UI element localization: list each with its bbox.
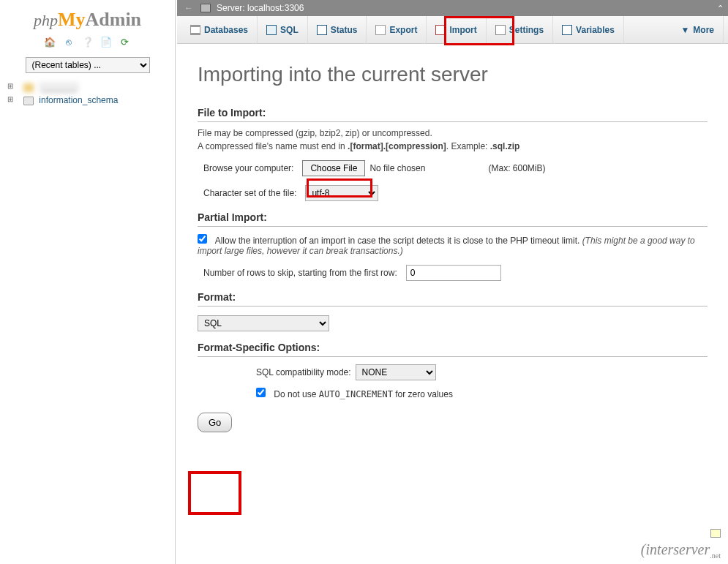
phpmyadmin-logo: phpMyAdmin: [0, 6, 175, 34]
tab-label: More: [693, 25, 714, 35]
server-bar: ← Server: localhost:3306 ⌃: [177, 0, 728, 16]
notes-icon[interactable]: [710, 529, 721, 538]
status-icon: [317, 25, 327, 35]
export-icon: [375, 25, 386, 35]
tab-label: SQL: [280, 25, 299, 35]
import-icon: [435, 25, 446, 35]
tab-label: Status: [331, 25, 358, 35]
skip-rows-input[interactable]: [406, 265, 501, 281]
tab-more[interactable]: ▼ More: [672, 16, 724, 43]
sidebar-quick-icons: 🏠 ⎋ ❔ 📄 ⟳: [0, 34, 175, 54]
top-tabs: Databases SQL Status Export Import Setti…: [177, 16, 728, 44]
skip-rows-label: Number of rows to skip, starting from th…: [203, 268, 397, 278]
recent-tables-select[interactable]: (Recent tables) ...: [26, 57, 150, 73]
charset-label: Character set of the file:: [203, 188, 296, 198]
databases-icon: [190, 25, 200, 35]
tab-label: Databases: [204, 25, 248, 35]
section-heading: File to Import:: [198, 107, 708, 122]
compress-note-1: File may be compressed (gzip, bzip2, zip…: [198, 128, 708, 138]
compress-note-2: A compressed file's name must end in .[f…: [198, 141, 708, 151]
section-heading: Format:: [198, 291, 708, 307]
allow-interrupt-checkbox[interactable]: [198, 234, 207, 244]
go-button[interactable]: Go: [198, 413, 232, 432]
tab-export[interactable]: Export: [367, 16, 427, 43]
tab-import[interactable]: Import: [427, 16, 486, 43]
settings-icon: [495, 25, 506, 35]
interserver-watermark: (interserver.net: [641, 541, 721, 560]
tree-item-db[interactable]: _______: [7, 80, 175, 94]
db-icon: [23, 97, 34, 105]
choose-file-button[interactable]: Choose File: [302, 160, 365, 176]
tab-databases[interactable]: Databases: [181, 16, 258, 43]
variables-icon: [562, 25, 572, 35]
allow-interrupt-label: Allow the interruption of an import in c…: [215, 236, 582, 246]
tab-label: Variables: [576, 25, 615, 35]
noauto-label-b: for zero values: [393, 389, 453, 399]
chevron-down-icon: ▼: [680, 25, 689, 35]
format-specific-section: Format-Specific Options: SQL compatibili…: [198, 342, 708, 399]
no-auto-increment-checkbox[interactable]: [256, 388, 266, 397]
logo-admin: Admin: [85, 9, 141, 30]
compat-mode-select[interactable]: NONE: [356, 364, 436, 380]
section-heading: Format-Specific Options:: [198, 342, 708, 357]
tab-label: Export: [389, 25, 417, 35]
home-icon[interactable]: 🏠: [44, 37, 56, 48]
tree-label: _______: [39, 82, 79, 92]
format-select[interactable]: SQL: [198, 315, 329, 331]
sql-query-icon[interactable]: ❔: [82, 37, 94, 48]
tree-label: information_schema: [39, 95, 118, 105]
main-panel: ← Server: localhost:3306 ⌃ Databases SQL…: [177, 0, 728, 564]
page-title: Importing into the current server: [198, 63, 708, 86]
logo-php: php: [34, 11, 58, 29]
logout-icon[interactable]: ⎋: [63, 37, 75, 48]
sidebar: phpMyAdmin 🏠 ⎋ ❔ 📄 ⟳ (Recent tables) ...…: [0, 0, 176, 564]
no-file-chosen: No file chosen: [369, 163, 425, 173]
db-tree: _______ information_schema: [0, 80, 175, 107]
docs-icon[interactable]: 📄: [100, 37, 112, 48]
sql-icon: [266, 25, 277, 35]
server-icon: [200, 4, 211, 12]
page-content: Importing into the current server File t…: [177, 44, 728, 443]
tab-label: Settings: [509, 25, 544, 35]
compat-label: SQL compatibility mode:: [256, 367, 351, 377]
max-size: (Max: 600MiB): [488, 163, 545, 173]
tab-label: Import: [449, 25, 476, 35]
tab-settings[interactable]: Settings: [487, 16, 553, 43]
tab-variables[interactable]: Variables: [553, 16, 624, 43]
charset-select[interactable]: utf-8: [305, 185, 378, 201]
logo-my: My: [58, 9, 86, 30]
file-to-import-section: File to Import: File may be compressed (…: [198, 107, 708, 201]
noauto-code: AUTO_INCREMENT: [319, 389, 393, 399]
tree-item-information-schema[interactable]: information_schema: [7, 94, 175, 107]
back-icon[interactable]: ←: [181, 3, 196, 13]
go-wrap: Go: [198, 413, 708, 432]
tab-sql[interactable]: SQL: [258, 16, 308, 43]
noauto-label-a: Do not use: [274, 389, 318, 399]
section-heading: Partial Import:: [198, 211, 708, 227]
server-label: Server: localhost:3306: [217, 3, 304, 13]
format-section: Format: SQL: [198, 291, 708, 331]
reload-icon[interactable]: ⟳: [119, 37, 131, 48]
tab-status[interactable]: Status: [308, 16, 367, 43]
browse-label: Browse your computer:: [203, 163, 293, 173]
collapse-icon[interactable]: ⌃: [717, 4, 724, 13]
db-icon: [23, 83, 34, 92]
partial-import-section: Partial Import: Allow the interruption o…: [198, 211, 708, 281]
